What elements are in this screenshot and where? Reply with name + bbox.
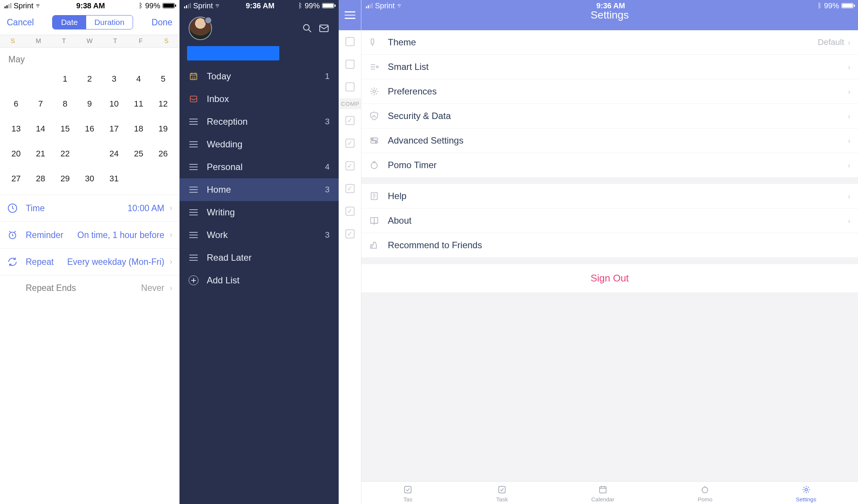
repeat-ends-row[interactable]: Repeat Ends Never › — [0, 275, 179, 301]
wifi-icon: ᯤ — [215, 2, 222, 10]
calendar-day[interactable]: 24 — [102, 145, 126, 162]
tab-tas[interactable]: Tas — [403, 485, 413, 502]
tab-settings[interactable]: Settings — [796, 485, 816, 502]
calendar-day[interactable]: 1 — [53, 71, 77, 87]
task-checkbox-done[interactable] — [345, 207, 355, 216]
list-icon — [189, 117, 198, 127]
calendar-day[interactable]: 4 — [126, 71, 151, 87]
calendar-day[interactable]: 30 — [77, 170, 102, 187]
calendar-day[interactable]: 13 — [4, 121, 28, 137]
settings-label: Preferences — [388, 86, 848, 97]
calendar-day[interactable]: 9 — [77, 96, 102, 112]
sidebar-item-read-later[interactable]: Read Later — [180, 246, 339, 269]
task-checkbox-done[interactable] — [345, 116, 355, 125]
settings-row-preferences[interactable]: Preferences › — [361, 79, 858, 104]
task-checkbox-done[interactable] — [345, 184, 355, 193]
sign-out-button[interactable]: Sign Out — [361, 264, 858, 292]
signal-icon — [184, 3, 191, 8]
calendar-day[interactable]: 11 — [126, 96, 151, 112]
task-icon — [403, 485, 413, 495]
hamburger-icon[interactable] — [345, 11, 355, 19]
section-header: COMP — [339, 98, 361, 109]
repeat-row[interactable]: Repeat Every weekday (Mon-Fri) › — [0, 248, 179, 275]
settings-row-about[interactable]: About › — [361, 208, 858, 233]
sidebar-item-today[interactable]: 23 Today 1 — [180, 65, 339, 88]
sidebar-item-writing[interactable]: Writing — [180, 201, 339, 224]
tab-label: Tas — [404, 496, 412, 502]
calendar-icon — [598, 485, 608, 495]
settings-label: Pomo Timer — [388, 160, 848, 170]
reminder-row[interactable]: Reminder On time, 1 hour before › — [0, 221, 179, 248]
settings-row-smart-list[interactable]: Smart List › — [361, 54, 858, 79]
calendar-day[interactable]: 29 — [53, 170, 77, 187]
task-checkbox-done[interactable] — [345, 229, 355, 238]
settings-row-advanced-settings[interactable]: Advanced Settings › — [361, 128, 858, 153]
settings-row-theme[interactable]: Theme Default › — [361, 30, 858, 54]
calendar-day[interactable]: 22 — [53, 145, 77, 162]
battery-icon — [841, 3, 853, 8]
cancel-button[interactable]: Cancel — [7, 17, 34, 28]
tab-task[interactable]: Task — [496, 485, 508, 502]
settings-label: Smart List — [388, 62, 848, 72]
task-checkbox-done[interactable] — [345, 161, 355, 170]
battery-icon — [163, 3, 175, 8]
calendar-day[interactable]: 27 — [4, 170, 28, 187]
calendar-day[interactable]: 17 — [102, 121, 126, 137]
calendar-day[interactable]: 10 — [102, 96, 126, 112]
calendar-day[interactable]: 28 — [28, 170, 53, 187]
tab-calendar[interactable]: Calendar — [591, 485, 614, 502]
calendar-day[interactable]: 20 — [4, 145, 28, 162]
calendar-day[interactable]: 12 — [151, 96, 175, 112]
calendar-day[interactable]: 16 — [77, 121, 102, 137]
calendar-grid[interactable]: 1234567891011121314151617181920212223242… — [0, 71, 179, 195]
sidebar-item-add-list[interactable]: Add List — [180, 269, 339, 292]
calendar-day[interactable]: 18 — [126, 121, 151, 137]
repeat-ends-value: Never — [141, 283, 164, 293]
tab-pomo[interactable]: Pomo — [698, 485, 712, 502]
segment-duration[interactable]: Duration — [86, 15, 133, 29]
svg-point-8 — [376, 66, 378, 68]
calendar-day[interactable]: 6 — [4, 96, 28, 112]
calendar-day[interactable]: 3 — [102, 71, 126, 87]
sidebar-item-work[interactable]: Work 3 — [180, 224, 339, 246]
sidebar-item-personal[interactable]: Personal 4 — [180, 156, 339, 178]
task-checkbox[interactable] — [345, 37, 355, 46]
time-row[interactable]: Time 10:00 AM › — [0, 195, 179, 221]
calendar-day[interactable]: 23 — [77, 145, 102, 162]
task-checkbox[interactable] — [345, 82, 355, 91]
search-icon[interactable] — [302, 23, 313, 34]
calendar-day[interactable]: 19 — [151, 121, 175, 137]
calendar-day[interactable]: 5 — [151, 71, 175, 87]
wifi-icon: ᯤ — [36, 2, 42, 10]
calendar-day[interactable]: 8 — [53, 96, 77, 112]
segment-date[interactable]: Date — [53, 15, 86, 29]
sidebar-item-home[interactable]: Home 3 — [180, 178, 339, 201]
mail-icon[interactable] — [318, 23, 330, 34]
clock-icon — [7, 203, 18, 214]
calendar-day[interactable]: 21 — [28, 145, 53, 162]
calendar-day[interactable]: 14 — [28, 121, 53, 137]
settings-row-pomo-timer[interactable]: Pomo Timer › — [361, 153, 858, 177]
calendar-day[interactable]: 15 — [53, 121, 77, 137]
avatar[interactable] — [189, 17, 212, 40]
sidebar-item-inbox[interactable]: Inbox — [180, 88, 339, 110]
sidebar-item-wedding[interactable]: Wedding — [180, 133, 339, 156]
settings-row-security-data[interactable]: Security & Data › — [361, 104, 858, 128]
task-checkbox[interactable] — [345, 60, 355, 69]
svg-point-9 — [373, 90, 376, 93]
settings-row-recommend-to-friends[interactable]: Recommend to Friends — [361, 233, 858, 257]
calendar-day[interactable]: 7 — [28, 96, 53, 112]
calendar-day[interactable]: 26 — [151, 145, 175, 162]
calendar-day[interactable]: 2 — [77, 71, 102, 87]
username-highlight — [187, 46, 279, 60]
calendar-day[interactable]: 25 — [126, 145, 151, 162]
about-icon — [369, 215, 379, 226]
settings-row-help[interactable]: Help › — [361, 184, 858, 208]
date-duration-segment[interactable]: Date Duration — [52, 15, 133, 29]
help-icon — [369, 191, 379, 201]
done-button[interactable]: Done — [152, 17, 172, 28]
pomo-icon — [700, 485, 710, 495]
task-checkbox-done[interactable] — [345, 139, 355, 148]
calendar-day[interactable]: 31 — [102, 170, 126, 187]
sidebar-item-reception[interactable]: Reception 3 — [180, 110, 339, 133]
